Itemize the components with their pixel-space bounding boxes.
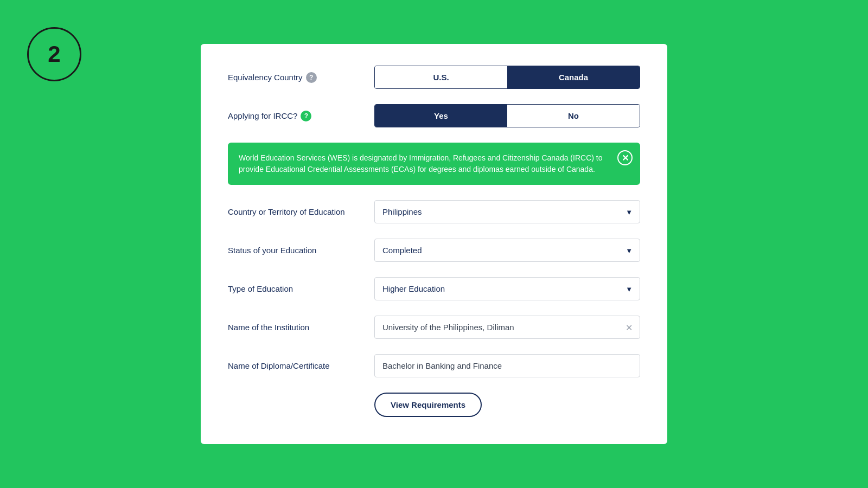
equivalency-country-row: Equivalency Country ? U.S. Canada — [228, 66, 640, 89]
applying-ircc-control: Yes No — [374, 104, 640, 127]
view-requirements-button[interactable]: View Requirements — [374, 393, 482, 417]
type-education-row: Type of Education Higher Education ▼ — [228, 277, 640, 300]
institution-name-control: ✕ — [374, 316, 640, 339]
institution-name-label: Name of the Institution — [228, 323, 374, 332]
diploma-name-input[interactable] — [374, 354, 640, 377]
status-education-label: Status of your Education — [228, 246, 374, 255]
button-row: View Requirements — [228, 393, 640, 417]
country-education-label: Country or Territory of Education — [228, 207, 374, 216]
status-education-select[interactable]: Completed — [374, 239, 640, 262]
country-education-select[interactable]: Philippines — [374, 200, 640, 223]
applying-ircc-label: Applying for IRCC? ? — [228, 111, 374, 121]
step-indicator: 2 — [27, 27, 81, 81]
country-education-row: Country or Territory of Education Philip… — [228, 200, 640, 223]
toggle-canada[interactable]: Canada — [507, 66, 640, 88]
applying-ircc-help-icon[interactable]: ? — [301, 111, 311, 121]
institution-name-row: Name of the Institution ✕ — [228, 316, 640, 339]
type-education-select[interactable]: Higher Education — [374, 277, 640, 300]
toggle-us[interactable]: U.S. — [375, 66, 507, 88]
type-education-control: Higher Education ▼ — [374, 277, 640, 300]
form-card: Equivalency Country ? U.S. Canada Applyi… — [201, 44, 667, 444]
applying-ircc-toggle: Yes No — [374, 104, 640, 127]
toggle-yes[interactable]: Yes — [375, 105, 507, 127]
diploma-name-control — [374, 354, 640, 377]
institution-name-clear-icon[interactable]: ✕ — [626, 322, 633, 332]
equivalency-country-label: Equivalency Country ? — [228, 72, 374, 83]
institution-name-input[interactable] — [374, 316, 640, 339]
step-number: 2 — [48, 41, 60, 67]
diploma-name-label: Name of Diploma/Certificate — [228, 361, 374, 370]
applying-ircc-row: Applying for IRCC? ? Yes No — [228, 104, 640, 127]
info-banner-close-button[interactable]: ✕ — [617, 150, 633, 165]
diploma-name-row: Name of Diploma/Certificate — [228, 354, 640, 377]
country-education-control: Philippines ▼ — [374, 200, 640, 223]
info-banner: World Education Services (WES) is design… — [228, 143, 640, 185]
status-education-control: Completed ▼ — [374, 239, 640, 262]
equivalency-country-help-icon[interactable]: ? — [306, 72, 317, 83]
equivalency-country-control: U.S. Canada — [374, 66, 640, 89]
type-education-label: Type of Education — [228, 284, 374, 293]
status-education-row: Status of your Education Completed ▼ — [228, 239, 640, 262]
toggle-no[interactable]: No — [507, 105, 640, 127]
equivalency-country-toggle: U.S. Canada — [374, 66, 640, 89]
info-banner-text: World Education Services (WES) is design… — [239, 153, 602, 174]
